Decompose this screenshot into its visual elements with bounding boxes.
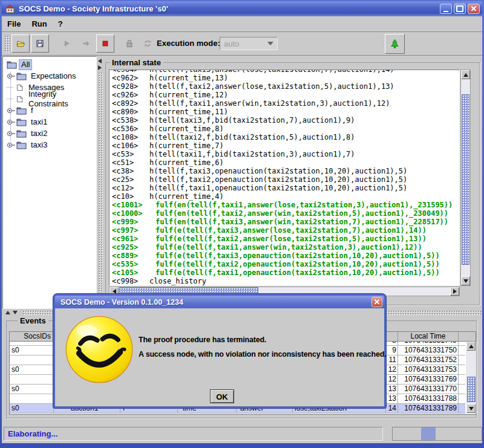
arrow-down-icon	[469, 407, 474, 411]
close-button[interactable]: ✕	[468, 4, 480, 14]
society-tree-button[interactable]	[385, 34, 405, 54]
arrow-right-icon	[453, 289, 457, 294]
stop-button[interactable]	[96, 34, 114, 53]
scrollbar-thumb[interactable]	[467, 377, 476, 402]
window-title: SOCS Demo - Society Infrastructure 's0'	[19, 4, 168, 13]
expand-right-icon[interactable]	[98, 65, 102, 70]
play-button[interactable]	[57, 34, 76, 53]
collapse-up-icon[interactable]	[5, 311, 10, 314]
event-term: h(current_time,13)	[149, 74, 228, 82]
event-id: <c1000>	[112, 209, 149, 218]
tree-item-all[interactable]: All	[3, 59, 96, 70]
scroll-up-button[interactable]	[466, 342, 476, 351]
event-id: <c892>	[112, 99, 149, 108]
cell-spacer	[459, 355, 465, 365]
event-term: h(tell(f,taxi1,openauction(taxi2station,…	[149, 184, 407, 192]
event-id: <c925>	[112, 243, 149, 252]
cell-spacer	[459, 342, 465, 346]
file-icon	[16, 95, 24, 103]
arrow-up-icon	[469, 345, 474, 348]
ok-button[interactable]: OK	[210, 389, 234, 403]
tree-item-taxi1[interactable]: taxi1	[3, 116, 96, 128]
cell-socsid	[10, 355, 54, 365]
folder-icon	[7, 60, 17, 69]
state-line: <c536>h(current_time,8)	[112, 125, 459, 133]
tree-item-integrity-constraints[interactable]: Integrity Constraints	[3, 93, 96, 105]
execution-mode-select[interactable]: auto	[220, 37, 278, 50]
dialog-title-bar[interactable]: SOCS Demo - Version 0.1.00_1234 ✕	[55, 296, 384, 308]
column-header-localtime[interactable]: Local Time	[398, 332, 459, 341]
state-line: <c538>h(tell(taxi3,f,bid(taxi2station,7)…	[112, 116, 459, 125]
event-term: h(current_time,4)	[149, 192, 224, 201]
event-term: h(tell(taxi3,f,bid(taxi2station,7),aucti…	[149, 116, 355, 125]
event-id: <c998>	[112, 277, 149, 285]
menu-item-run[interactable]: Run	[26, 17, 52, 31]
cell-localtime: 1076431331769	[398, 375, 459, 385]
event-id: <c25>	[112, 175, 149, 184]
state-line: <c964>h(tell(f,taxi3,answer(lose,taxi2st…	[112, 70, 459, 74]
menu-item-file[interactable]: File	[2, 17, 26, 31]
column-header-seq[interactable]	[386, 332, 398, 341]
step-button[interactable]	[77, 34, 95, 53]
cell-seq: 14	[386, 404, 398, 414]
lock-button[interactable]	[120, 34, 139, 53]
events-vertical-scrollbar[interactable]	[466, 342, 476, 414]
scroll-down-button[interactable]	[461, 276, 470, 285]
status-bar: Elaborating...	[2, 425, 482, 443]
execution-mode-value: auto	[224, 39, 239, 48]
tree-expand-handle-icon[interactable]	[6, 118, 16, 126]
column-header-socsids[interactable]: SocsIDs	[10, 332, 54, 341]
dialog-title: SOCS Demo - Version 0.1.00_1234	[60, 298, 183, 307]
cell-spacer	[459, 385, 465, 394]
open-button[interactable]	[11, 34, 30, 53]
state-line: <c997>fulf(e(tell(f,taxi3,answer(lose,ta…	[112, 226, 459, 235]
tree-item-taxi2[interactable]: taxi2	[3, 128, 96, 139]
cell-localtime: 1076431331750	[398, 346, 459, 355]
tree-expand-handle-icon[interactable]	[6, 73, 16, 80]
toolbar-grip[interactable]	[4, 35, 10, 52]
event-id: <c889>	[112, 252, 149, 260]
internal-state-textarea[interactable]: <c964>h(tell(f,taxi3,answer(lose,taxi2st…	[109, 70, 460, 286]
scroll-right-button[interactable]	[450, 287, 459, 296]
internal-state-title: Internal state	[110, 59, 163, 67]
event-term: h(current_time,7)	[149, 141, 224, 150]
tree-item-label: taxi2	[29, 129, 49, 138]
menu-item-help[interactable]: ?	[53, 17, 68, 31]
tree-expand-handle-icon[interactable]	[6, 130, 16, 137]
state-line: <c1001>fulf(en(tell(f,taxi1,answer(lose,…	[112, 201, 459, 209]
tree-expand-handle-icon[interactable]	[6, 107, 16, 114]
title-bar[interactable]: SOCS Demo - Society Infrastructure 's0' …	[2, 1, 482, 16]
cell-socsid: s0	[10, 346, 54, 355]
close-icon: ✕	[471, 5, 477, 13]
state-vertical-scrollbar[interactable]	[460, 70, 471, 286]
scroll-up-button[interactable]	[461, 70, 470, 79]
vertical-split-divider[interactable]	[97, 56, 104, 309]
tree-expand-handle-icon[interactable]	[6, 141, 16, 149]
state-line: <c999>fulf(en(tell(f,taxi3,answer(win,ta…	[112, 218, 459, 226]
cell-socsid	[10, 394, 54, 404]
tree-item-label: taxi3	[29, 140, 49, 150]
minimize-button[interactable]	[440, 4, 452, 14]
tree-item-taxi3[interactable]: taxi3	[3, 139, 96, 151]
dialog-close-button[interactable]: ✕	[371, 297, 382, 307]
event-id: <c535>	[112, 260, 149, 268]
refresh-button[interactable]	[139, 34, 157, 53]
expand-down-icon[interactable]	[13, 311, 18, 314]
collapse-left-icon[interactable]	[98, 59, 102, 63]
tree-item-expectations[interactable]: Expectations	[3, 70, 96, 82]
state-line: <c106>h(current_time,7)	[112, 141, 459, 150]
event-term: fulf(e(tell(f,taxi2,openauction(taxi2sta…	[149, 260, 440, 268]
cell-localtime: 1076431331753	[398, 365, 459, 375]
dialog-message-line1: The proof procedure has terminated.	[139, 336, 266, 344]
maximize-button[interactable]	[454, 4, 466, 14]
column-header-spacer	[459, 332, 465, 341]
tree-item-f[interactable]: f	[3, 105, 96, 116]
save-button[interactable]	[31, 34, 49, 53]
scroll-down-button[interactable]	[466, 404, 476, 413]
stop-icon	[100, 37, 110, 50]
state-line: <c926>h(current_time,12)	[112, 91, 459, 99]
scrollbar-thumb[interactable]	[462, 94, 469, 265]
progress-indicator	[421, 427, 436, 440]
toolbar: Execution mode: auto	[2, 32, 482, 56]
state-line: <c1000>fulf(en(tell(f,taxi2,answer(win,t…	[112, 209, 459, 218]
